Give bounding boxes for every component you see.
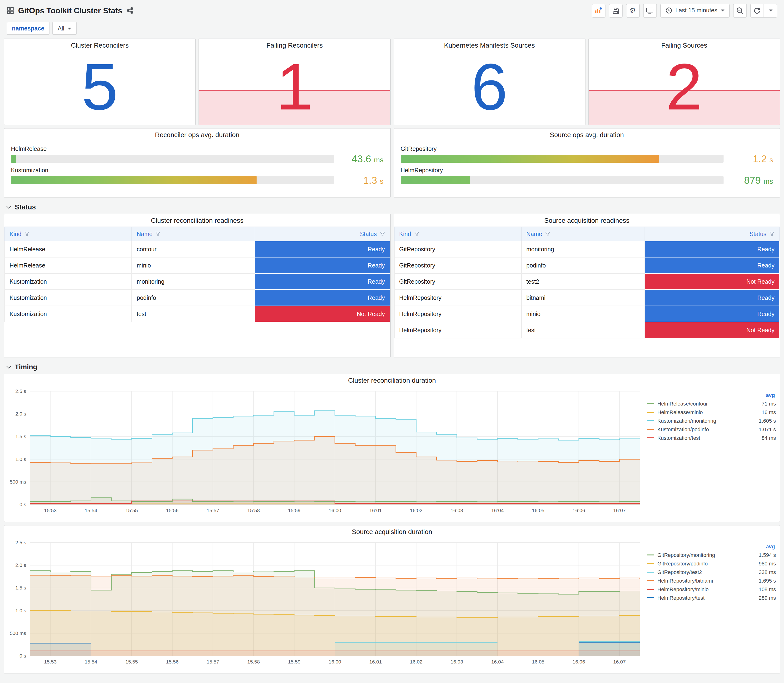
cell-name: monitoring (131, 273, 255, 290)
column-header-status[interactable]: Status (645, 227, 779, 241)
page-title: GitOps Toolkit Cluster Stats (18, 6, 122, 15)
legend-item[interactable]: Kustomization/podinfo1.071 s (647, 425, 776, 434)
legend-item[interactable]: HelmRepository/bitnami1.695 s (647, 576, 776, 585)
svg-text:16:04: 16:04 (491, 659, 504, 664)
cell-kind: GitRepository (394, 273, 521, 290)
svg-text:15:55: 15:55 (125, 508, 138, 513)
table-row: HelmRepositoryminioReady (394, 306, 779, 322)
variable-filters: namespace All (3, 20, 781, 38)
legend-avg-value: 289 ms (759, 595, 776, 601)
section-header-status[interactable]: Status (3, 200, 781, 214)
save-dashboard-icon[interactable] (609, 3, 623, 18)
svg-text:16:07: 16:07 (613, 659, 626, 664)
chevron-down-icon (768, 10, 772, 11)
legend-series-name[interactable]: GitRepository/test2 (657, 569, 759, 575)
add-panel-button[interactable] (592, 3, 606, 18)
cell-kind: HelmRelease (5, 241, 131, 257)
panel-source-acquisition-duration: Source acquisition duration 0 s500 ms1.0… (4, 525, 780, 673)
svg-text:16:02: 16:02 (410, 508, 422, 513)
svg-text:16:01: 16:01 (369, 508, 382, 513)
time-series-plot[interactable]: 0 s500 ms1.0 s1.5 s2.0 s2.5 s15:5315:541… (8, 538, 643, 668)
cell-name: podinfo (521, 257, 645, 273)
gauge-row-helmrelease: HelmRelease 43.6 ms (11, 146, 383, 164)
namespace-variable-label[interactable]: namespace (6, 22, 50, 35)
svg-text:15:56: 15:56 (166, 508, 179, 513)
table-row: HelmRepositorytestNot Ready (394, 322, 779, 338)
zoom-out-icon[interactable] (733, 3, 747, 18)
svg-text:16:05: 16:05 (532, 508, 545, 513)
refresh-interval-dropdown[interactable] (763, 3, 778, 18)
svg-text:2.5 s: 2.5 s (15, 540, 26, 545)
legend-series-name[interactable]: GitRepository/monitoring (657, 552, 759, 558)
time-series-plot[interactable]: 0 s500 ms1.0 s1.5 s2.0 s2.5 s15:5315:541… (8, 386, 643, 517)
legend-series-name[interactable]: HelmRepository/bitnami (657, 578, 759, 584)
gauge-value: 43.6 ms (340, 154, 383, 164)
legend-series-name[interactable]: HelmRepository/test (657, 595, 759, 601)
gauge-bar (401, 155, 659, 163)
gauge-bar (11, 155, 16, 163)
legend-item[interactable]: HelmRelease/contour71 ms (647, 399, 776, 408)
legend-item[interactable]: GitRepository/test2338 ms (647, 568, 776, 576)
legend-series-name[interactable]: HelmRepository/minio (657, 586, 759, 592)
section-header-timing[interactable]: Timing (3, 360, 781, 374)
svg-text:16:05: 16:05 (532, 659, 545, 664)
legend-series-name[interactable]: Kustomization/test (657, 435, 762, 441)
column-header-kind[interactable]: Kind (5, 227, 131, 241)
gauge-track (11, 176, 334, 184)
svg-text:16:00: 16:00 (329, 659, 341, 664)
legend-series-name[interactable]: HelmRelease/contour (657, 401, 762, 406)
series-color-swatch (647, 589, 654, 590)
series-color-swatch (647, 572, 654, 572)
column-header-status[interactable]: Status (255, 227, 390, 241)
legend-item[interactable]: GitRepository/podinfo980 ms (647, 559, 776, 568)
legend-item[interactable]: HelmRelease/minio16 ms (647, 408, 776, 417)
tv-mode-icon[interactable] (643, 3, 657, 18)
svg-text:15:59: 15:59 (288, 508, 301, 513)
legend-item[interactable]: GitRepository/monitoring1.594 s (647, 551, 776, 559)
legend-item[interactable]: Kustomization/monitoring1.605 s (647, 417, 776, 425)
column-header-kind[interactable]: Kind (394, 227, 521, 241)
panel-title: Source ops avg. duration (394, 128, 780, 141)
tables-row: Cluster reconciliation readiness Kind Na… (4, 214, 780, 358)
cell-name: monitoring (521, 241, 645, 257)
column-header-name[interactable]: Name (521, 227, 645, 241)
series-color-swatch (647, 580, 654, 581)
dashboard-grid-icon[interactable] (6, 7, 14, 14)
legend-avg-value: 1.594 s (759, 552, 776, 558)
legend-series-name[interactable]: GitRepository/podinfo (657, 561, 759, 566)
svg-text:16:03: 16:03 (451, 508, 463, 513)
share-icon[interactable] (127, 7, 133, 14)
panel-cluster-reconciliation-duration: Cluster reconciliation duration 0 s500 m… (4, 374, 780, 522)
cell-kind: Kustomization (5, 306, 131, 322)
legend-item[interactable]: HelmRepository/test289 ms (647, 593, 776, 602)
stat-value: 2 (589, 48, 780, 125)
svg-text:1.5 s: 1.5 s (15, 434, 26, 439)
svg-text:15:54: 15:54 (85, 659, 97, 664)
svg-text:15:58: 15:58 (247, 508, 260, 513)
namespace-variable-value[interactable]: All (52, 22, 77, 35)
gauge-bar (401, 176, 470, 184)
cell-name: minio (521, 306, 645, 322)
legend-series-name[interactable]: Kustomization/podinfo (657, 426, 759, 432)
gauge-track (11, 155, 334, 163)
table-row: GitRepositorypodinfoReady (394, 257, 779, 273)
column-header-name[interactable]: Name (131, 227, 255, 241)
svg-text:1.5 s: 1.5 s (15, 585, 26, 590)
stat-panel-kubernetes-manifests-sources: Kubernetes Manifests Sources 6 (393, 38, 585, 125)
gauge-row-kustomization: Kustomization 1.3 s (11, 167, 383, 185)
gear-icon[interactable]: ⚙ (626, 3, 640, 18)
series-color-swatch (647, 563, 654, 564)
table-row: HelmRepositorybitnamiReady (394, 290, 779, 306)
gauge-label: Kustomization (11, 167, 383, 174)
time-range-picker[interactable]: Last 15 minutes (660, 3, 730, 18)
refresh-icon[interactable] (750, 3, 764, 18)
legend-item[interactable]: Kustomization/test84 ms (647, 434, 776, 442)
status-badge: Not Ready (645, 273, 779, 290)
stat-value: 5 (4, 48, 196, 125)
status-badge: Ready (255, 241, 390, 257)
table-row: KustomizationmonitoringReady (5, 273, 390, 290)
legend-series-name[interactable]: HelmRelease/minio (657, 409, 762, 415)
cell-name: contour (131, 241, 255, 257)
legend-series-name[interactable]: Kustomization/monitoring (657, 418, 759, 423)
legend-item[interactable]: HelmRepository/minio108 ms (647, 585, 776, 593)
